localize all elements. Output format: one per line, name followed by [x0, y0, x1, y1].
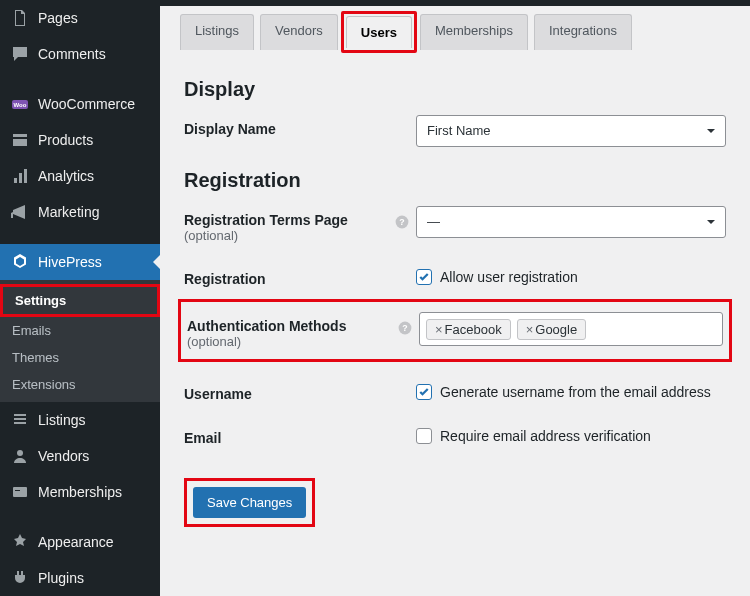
checkbox-label: Require email address verification: [440, 428, 651, 444]
checkbox-allow-registration[interactable]: Allow user registration: [416, 265, 726, 285]
analytics-icon: [10, 166, 30, 186]
tab-users[interactable]: Users: [346, 16, 412, 48]
sidebar-label: Products: [38, 132, 93, 148]
memberships-icon: [10, 482, 30, 502]
check-icon: [416, 384, 432, 400]
check-icon: [416, 269, 432, 285]
label-username: Username: [184, 380, 394, 402]
checkbox-label: Generate username from the email address: [440, 384, 711, 400]
save-button[interactable]: Save Changes: [193, 487, 306, 518]
tab-listings[interactable]: Listings: [180, 14, 254, 50]
products-icon: [10, 130, 30, 150]
sidebar-item-listings[interactable]: Listings: [0, 402, 160, 438]
sidebar-item-plugins[interactable]: Plugins: [0, 560, 160, 596]
sidebar-label: Listings: [38, 412, 85, 428]
sidebar-label: WooCommerce: [38, 96, 135, 112]
sidebar-label: Vendors: [38, 448, 89, 464]
sidebar-item-memberships[interactable]: Memberships: [0, 474, 160, 510]
tab-memberships[interactable]: Memberships: [420, 14, 528, 50]
appearance-icon: [10, 532, 30, 552]
sidebar-item-hivepress[interactable]: HivePress: [0, 244, 160, 280]
subitem-extensions[interactable]: Extensions: [0, 371, 160, 398]
vendors-icon: [10, 446, 30, 466]
label-auth-methods: Authentication Methods (optional): [187, 312, 397, 349]
sidebar-item-comments[interactable]: Comments: [0, 36, 160, 72]
tag-facebook[interactable]: ×Facebook: [426, 319, 511, 340]
sidebar-label: Memberships: [38, 484, 122, 500]
svg-text:?: ?: [399, 217, 404, 227]
sidebar-label: HivePress: [38, 254, 102, 270]
sidebar-label: Marketing: [38, 204, 99, 220]
sidebar-label: Pages: [38, 10, 78, 26]
subitem-settings[interactable]: Settings: [3, 287, 157, 314]
admin-bar-sliver: [160, 0, 750, 6]
marketing-icon: [10, 202, 30, 222]
woo-icon: Woo: [10, 94, 30, 114]
svg-text:Woo: Woo: [14, 102, 27, 108]
section-display: Display: [184, 78, 726, 101]
settings-tabs: Listings Vendors Users Memberships Integ…: [160, 0, 750, 50]
label-display-name: Display Name: [184, 115, 394, 137]
checkbox-label: Allow user registration: [440, 269, 578, 285]
remove-icon[interactable]: ×: [435, 322, 443, 337]
pages-icon: [10, 8, 30, 28]
plugins-icon: [10, 568, 30, 588]
main-content: Listings Vendors Users Memberships Integ…: [160, 0, 750, 596]
listings-icon: [10, 410, 30, 430]
check-icon: [416, 428, 432, 444]
sidebar-item-products[interactable]: Products: [0, 122, 160, 158]
svg-rect-3: [13, 487, 27, 497]
select-reg-terms[interactable]: —: [416, 206, 726, 238]
sidebar-item-analytics[interactable]: Analytics: [0, 158, 160, 194]
svg-text:?: ?: [402, 323, 407, 333]
tag-google[interactable]: ×Google: [517, 319, 587, 340]
sidebar-label: Appearance: [38, 534, 114, 550]
admin-sidebar: Pages Comments Woo WooCommerce Products …: [0, 0, 160, 596]
label-registration: Registration: [184, 265, 394, 287]
help-icon[interactable]: ?: [397, 312, 419, 339]
sidebar-item-vendors[interactable]: Vendors: [0, 438, 160, 474]
svg-rect-4: [15, 490, 20, 491]
hivepress-submenu: Settings Emails Themes Extensions: [0, 280, 160, 402]
subitem-emails[interactable]: Emails: [0, 317, 160, 344]
remove-icon[interactable]: ×: [526, 322, 534, 337]
sidebar-item-woocommerce[interactable]: Woo WooCommerce: [0, 86, 160, 122]
svg-point-2: [17, 450, 23, 456]
sidebar-item-marketing[interactable]: Marketing: [0, 194, 160, 230]
sidebar-label: Analytics: [38, 168, 94, 184]
checkbox-gen-username[interactable]: Generate username from the email address: [416, 380, 726, 400]
sidebar-item-appearance[interactable]: Appearance: [0, 524, 160, 560]
label-email: Email: [184, 424, 394, 446]
sidebar-label: Plugins: [38, 570, 84, 586]
comments-icon: [10, 44, 30, 64]
hivepress-icon: [10, 252, 30, 272]
auth-methods-input[interactable]: ×Facebook ×Google: [419, 312, 723, 346]
label-reg-terms: Registration Terms Page (optional): [184, 206, 394, 243]
sidebar-label: Comments: [38, 46, 106, 62]
help-icon[interactable]: ?: [394, 206, 416, 233]
tab-integrations[interactable]: Integrations: [534, 14, 632, 50]
tab-vendors[interactable]: Vendors: [260, 14, 338, 50]
section-registration: Registration: [184, 169, 726, 192]
subitem-themes[interactable]: Themes: [0, 344, 160, 371]
sidebar-item-pages[interactable]: Pages: [0, 0, 160, 36]
checkbox-require-email[interactable]: Require email address verification: [416, 424, 726, 444]
select-display-name[interactable]: First Name: [416, 115, 726, 147]
